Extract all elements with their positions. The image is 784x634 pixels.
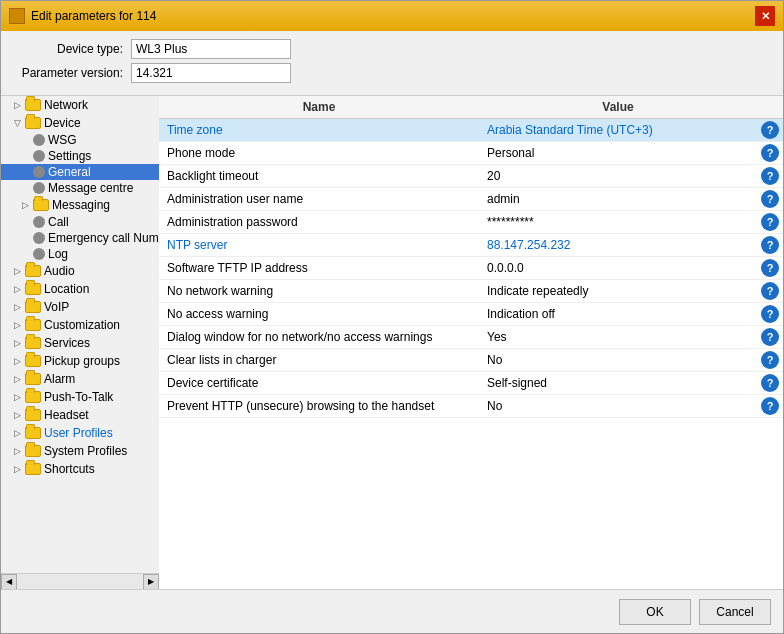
help-button[interactable]: ?: [761, 328, 779, 346]
help-button[interactable]: ?: [761, 397, 779, 415]
table-row[interactable]: Device certificateSelf-signed?: [159, 372, 783, 395]
param-value-cell: No: [479, 395, 757, 418]
param-value-cell: 88.147.254.232: [479, 234, 757, 257]
param-help-cell[interactable]: ?: [757, 119, 783, 142]
param-help-cell[interactable]: ?: [757, 349, 783, 372]
tree-toggle-system-profiles[interactable]: ▷: [9, 443, 25, 459]
tree-toggle-shortcuts[interactable]: ▷: [9, 461, 25, 477]
sidebar-item-audio[interactable]: ▷Audio: [1, 262, 159, 280]
tree-toggle-alarm[interactable]: ▷: [9, 371, 25, 387]
window-title: Edit parameters for 114: [31, 9, 156, 23]
device-type-input[interactable]: [131, 39, 291, 59]
folder-icon-headset: [25, 409, 41, 421]
tree-toggle-location[interactable]: ▷: [9, 281, 25, 297]
param-help-cell[interactable]: ?: [757, 280, 783, 303]
sidebar-item-customization[interactable]: ▷Customization: [1, 316, 159, 334]
param-help-cell[interactable]: ?: [757, 142, 783, 165]
help-button[interactable]: ?: [761, 167, 779, 185]
bullet-icon-wsg: [33, 134, 45, 146]
tree-toggle-user-profiles[interactable]: ▷: [9, 425, 25, 441]
table-row[interactable]: No network warningIndicate repeatedly?: [159, 280, 783, 303]
sidebar-scrollbar[interactable]: ◀ ▶: [1, 573, 159, 589]
table-row[interactable]: Phone modePersonal?: [159, 142, 783, 165]
table-row[interactable]: Dialog window for no network/no access w…: [159, 326, 783, 349]
param-help-cell[interactable]: ?: [757, 188, 783, 211]
sidebar-label-network: Network: [44, 98, 88, 112]
table-row[interactable]: Time zoneArabia Standard Time (UTC+3)?: [159, 119, 783, 142]
sidebar-item-log[interactable]: Log: [1, 246, 159, 262]
param-help-cell[interactable]: ?: [757, 234, 783, 257]
sidebar-item-user-profiles[interactable]: ▷User Profiles: [1, 424, 159, 442]
table-row[interactable]: Clear lists in chargerNo?: [159, 349, 783, 372]
close-button[interactable]: ✕: [755, 6, 775, 26]
help-button[interactable]: ?: [761, 351, 779, 369]
help-button[interactable]: ?: [761, 144, 779, 162]
param-name-cell: Time zone: [159, 119, 479, 142]
tree-toggle-voip[interactable]: ▷: [9, 299, 25, 315]
scroll-left-btn[interactable]: ◀: [1, 574, 17, 590]
table-row[interactable]: NTP server88.147.254.232?: [159, 234, 783, 257]
sidebar-item-message-centre[interactable]: Message centre: [1, 180, 159, 196]
sidebar-item-pickup-groups[interactable]: ▷Pickup groups: [1, 352, 159, 370]
tree-toggle-audio[interactable]: ▷: [9, 263, 25, 279]
table-row[interactable]: No access warningIndication off?: [159, 303, 783, 326]
folder-icon-voip: [25, 301, 41, 313]
sidebar-item-system-profiles[interactable]: ▷System Profiles: [1, 442, 159, 460]
param-version-input[interactable]: [131, 63, 291, 83]
param-value-cell: Self-signed: [479, 372, 757, 395]
table-row[interactable]: Software TFTP IP address0.0.0.0?: [159, 257, 783, 280]
sidebar-item-wsg[interactable]: WSG: [1, 132, 159, 148]
param-help-cell[interactable]: ?: [757, 211, 783, 234]
sidebar-item-headset[interactable]: ▷Headset: [1, 406, 159, 424]
sidebar-item-shortcuts[interactable]: ▷Shortcuts: [1, 460, 159, 478]
help-button[interactable]: ?: [761, 190, 779, 208]
sidebar-item-location[interactable]: ▷Location: [1, 280, 159, 298]
param-help-cell[interactable]: ?: [757, 395, 783, 418]
scroll-track[interactable]: [17, 574, 143, 590]
sidebar-item-services[interactable]: ▷Services: [1, 334, 159, 352]
param-help-cell[interactable]: ?: [757, 303, 783, 326]
param-value-cell: Indication off: [479, 303, 757, 326]
help-button[interactable]: ?: [761, 374, 779, 392]
tree-toggle-device[interactable]: ▽: [9, 115, 25, 131]
sidebar-item-call[interactable]: Call: [1, 214, 159, 230]
help-button[interactable]: ?: [761, 282, 779, 300]
help-button[interactable]: ?: [761, 121, 779, 139]
table-row[interactable]: Prevent HTTP (unsecure) browsing to the …: [159, 395, 783, 418]
table-row[interactable]: Backlight timeout20?: [159, 165, 783, 188]
tree-toggle-messaging[interactable]: ▷: [17, 197, 33, 213]
tree-toggle-network[interactable]: ▷: [9, 97, 25, 113]
device-type-label: Device type:: [13, 42, 123, 56]
table-row[interactable]: Administration password**********?: [159, 211, 783, 234]
table-row[interactable]: Administration user nameadmin?: [159, 188, 783, 211]
sidebar-item-messaging[interactable]: ▷Messaging: [1, 196, 159, 214]
sidebar-item-voip[interactable]: ▷VoIP: [1, 298, 159, 316]
tree-toggle-push-to-talk[interactable]: ▷: [9, 389, 25, 405]
sidebar-item-emergency-call[interactable]: Emergency call Num: [1, 230, 159, 246]
scroll-right-btn[interactable]: ▶: [143, 574, 159, 590]
app-icon: [9, 8, 25, 24]
param-help-cell[interactable]: ?: [757, 257, 783, 280]
ok-button[interactable]: OK: [619, 599, 691, 625]
sidebar-item-network[interactable]: ▷Network: [1, 96, 159, 114]
tree-toggle-headset[interactable]: ▷: [9, 407, 25, 423]
sidebar-item-alarm[interactable]: ▷Alarm: [1, 370, 159, 388]
help-button[interactable]: ?: [761, 305, 779, 323]
param-value-cell: Personal: [479, 142, 757, 165]
sidebar-item-general[interactable]: General: [1, 164, 159, 180]
help-button[interactable]: ?: [761, 259, 779, 277]
param-name-cell: Backlight timeout: [159, 165, 479, 188]
param-name-cell: Phone mode: [159, 142, 479, 165]
param-help-cell[interactable]: ?: [757, 372, 783, 395]
tree-toggle-customization[interactable]: ▷: [9, 317, 25, 333]
param-help-cell[interactable]: ?: [757, 165, 783, 188]
tree-toggle-pickup-groups[interactable]: ▷: [9, 353, 25, 369]
help-button[interactable]: ?: [761, 213, 779, 231]
help-button[interactable]: ?: [761, 236, 779, 254]
sidebar-item-push-to-talk[interactable]: ▷Push-To-Talk: [1, 388, 159, 406]
param-help-cell[interactable]: ?: [757, 326, 783, 349]
sidebar-item-device[interactable]: ▽Device: [1, 114, 159, 132]
cancel-button[interactable]: Cancel: [699, 599, 771, 625]
sidebar-item-settings[interactable]: Settings: [1, 148, 159, 164]
tree-toggle-services[interactable]: ▷: [9, 335, 25, 351]
